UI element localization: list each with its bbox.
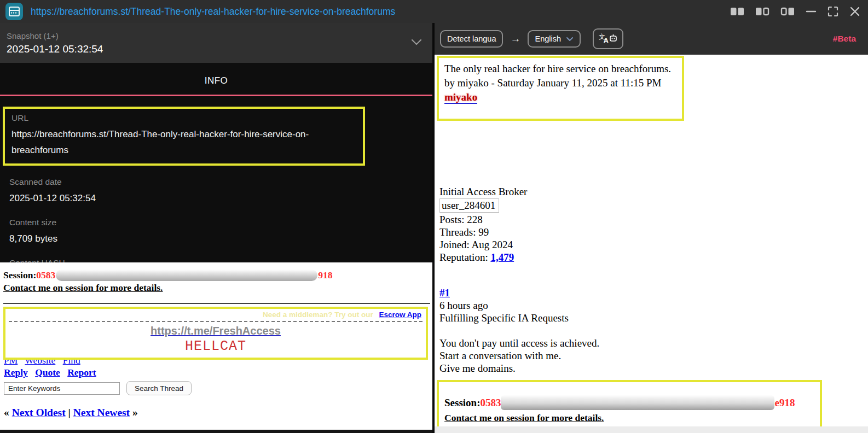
arrow-right-icon: →	[510, 33, 520, 45]
url-field-label: URL	[11, 113, 356, 123]
session-id-start: 0583	[36, 270, 55, 280]
scanned-date-value: 2025-01-12 05:32:54	[9, 190, 432, 206]
target-language-button[interactable]: English	[528, 30, 581, 48]
thread-search-row: Search Thread	[4, 381, 432, 395]
minimize-icon[interactable]	[806, 7, 817, 16]
translate-toolbar: Detect langua → English 文 A	[435, 23, 868, 55]
session-box-highlighted: Session:0583e918 Contact me on session f…	[437, 380, 822, 431]
search-thread-button[interactable]: Search Thread	[126, 381, 192, 395]
post-number-link[interactable]: #1	[439, 287, 450, 299]
redacted-session-id	[56, 270, 317, 281]
fullscreen-icon[interactable]	[828, 6, 838, 17]
user-joined: Joined: Aug 2024	[439, 238, 868, 251]
signature-text: HELLCAT	[185, 338, 246, 354]
beta-badge: #Beta	[833, 34, 856, 44]
post-divider-rule	[3, 303, 430, 304]
user-threads: Threads: 99	[439, 226, 868, 238]
snapshot-count-label: Snapshot (1+)	[7, 31, 103, 40]
user-reputation: Reputation: 1,479	[439, 251, 868, 264]
browser-window-icon	[5, 3, 23, 20]
escrow-app-link[interactable]: Escrow App	[379, 311, 421, 319]
session-label: Session:	[444, 397, 480, 408]
prev-symbol: «	[4, 407, 9, 418]
snapshot-selector[interactable]: Snapshot (1+) 2025-01-12 05:32:54	[0, 23, 432, 63]
thread-byline: by miyako - Saturday January 11, 2025 at…	[444, 76, 676, 90]
titlebar: https://breachforums.st/Thread-The-only-…	[0, 0, 868, 23]
reputation-label: Reputation:	[439, 251, 490, 263]
info-panel: INFO URL https://breachforums.st/Thread-…	[0, 63, 432, 262]
middleman-text: Need a middleman? Try out our	[263, 311, 373, 319]
content-size-field: Content size 8,709 bytes	[9, 218, 432, 247]
contact-session-link[interactable]: Contact me on session for more details.	[444, 411, 604, 425]
session-line: Session:0583e918	[444, 395, 814, 410]
split-view-equal-icon[interactable]	[730, 7, 744, 16]
user-posts: Posts: 228	[439, 213, 868, 226]
scanned-date-field: Scanned date 2025-01-12 05:32:54	[9, 177, 432, 206]
signature-box-highlighted: Need a middleman? Try out our Escrow App…	[3, 307, 428, 360]
thread-navigation: « Next Oldest | Next Newest »	[4, 407, 432, 419]
post-time: 6 hours ago	[439, 299, 868, 312]
session-id-end: e918	[774, 397, 795, 408]
forum-page-left: Session:0583918 Contact me on session fo…	[0, 262, 432, 433]
target-language-label: English	[535, 34, 561, 43]
post-title: Fulfilling Specific IA Requests	[439, 312, 868, 324]
telegram-link[interactable]: https://t.me/FreshAccess	[151, 325, 281, 337]
report-link[interactable]: Report	[67, 367, 96, 378]
forum-page-translated: The only real hacker for hire service on…	[435, 55, 868, 433]
quote-link[interactable]: Quote	[35, 367, 60, 378]
middleman-line: Need a middleman? Try out our Escrow App	[9, 309, 423, 322]
close-icon[interactable]	[849, 6, 860, 17]
reputation-link[interactable]: 1,479	[490, 251, 514, 263]
page-bottom-edge	[435, 426, 868, 433]
thread-title: The only real hacker for hire service on…	[444, 62, 676, 76]
chevron-down-icon[interactable]	[410, 38, 423, 48]
moderation-links-row: Reply Quote Report	[4, 367, 432, 378]
source-language-button[interactable]: Detect langua	[440, 30, 503, 48]
next-oldest-link[interactable]: Next Oldest	[12, 407, 66, 418]
user-role: Initial Access Broker	[439, 185, 868, 198]
session-id-end: 918	[318, 270, 332, 280]
source-language-label: Detect langua	[447, 34, 496, 43]
snapshot-sidebar: Snapshot (1+) 2025-01-12 05:32:54 INFO U…	[0, 23, 432, 433]
content-size-label: Content size	[9, 218, 432, 227]
snapshot-date: 2025-01-12 05:32:54	[7, 43, 103, 55]
user-info-block: Initial Access Broker user_284601 Posts:…	[439, 185, 868, 264]
window-bottom-edge	[0, 430, 432, 433]
session-label: Session:	[3, 270, 36, 280]
address-url[interactable]: https://breachforums.st/Thread-The-only-…	[31, 6, 722, 17]
url-field-highlighted: URL https://breachforums.st/Thread-The-o…	[3, 107, 365, 166]
post-line: Start a conversation with me.	[439, 349, 868, 362]
redacted-session-id	[501, 395, 774, 410]
next-symbol: »	[132, 407, 138, 418]
window-controls	[730, 6, 860, 17]
split-view-left-icon[interactable]	[755, 7, 769, 16]
translate-auto-button[interactable]: 文 A	[593, 28, 623, 49]
url-field-value: https://breachforums.st/Thread-The-only-…	[11, 126, 356, 158]
translated-view: Detect langua → English 文 A	[435, 23, 868, 433]
post-body: #1 6 hours ago Fulfilling Specific IA Re…	[439, 286, 868, 375]
chevron-down-icon	[566, 34, 574, 43]
info-accent-rule	[0, 95, 432, 96]
thread-search-input[interactable]	[4, 382, 120, 395]
thread-header-highlighted: The only real hacker for hire service on…	[437, 56, 684, 121]
post-line: Give me domains.	[439, 362, 868, 375]
content-size-value: 8,709 bytes	[9, 231, 432, 247]
post-line: You don't pay until access is achieved.	[439, 337, 868, 349]
session-line: Session:0583918	[3, 270, 432, 281]
scanned-date-label: Scanned date	[9, 177, 432, 187]
session-id-start: 0583	[480, 397, 501, 408]
post-spacer	[439, 324, 868, 337]
next-newest-link[interactable]: Next Newest	[73, 407, 130, 418]
info-panel-title: INFO	[0, 63, 432, 86]
telegram-line: https://t.me/FreshAccess	[9, 325, 423, 337]
signature-line: HELLCAT	[9, 338, 423, 354]
svg-text:A: A	[604, 37, 609, 44]
nav-separator: |	[68, 407, 71, 418]
author-link[interactable]: miyako	[444, 91, 477, 104]
reply-link[interactable]: Reply	[4, 367, 28, 378]
split-view-right-icon[interactable]	[780, 7, 795, 16]
translate-auto-icon: 文 A	[599, 32, 617, 45]
contact-session-link[interactable]: Contact me on session for more details.	[3, 282, 163, 294]
username: user_284601	[439, 198, 499, 213]
